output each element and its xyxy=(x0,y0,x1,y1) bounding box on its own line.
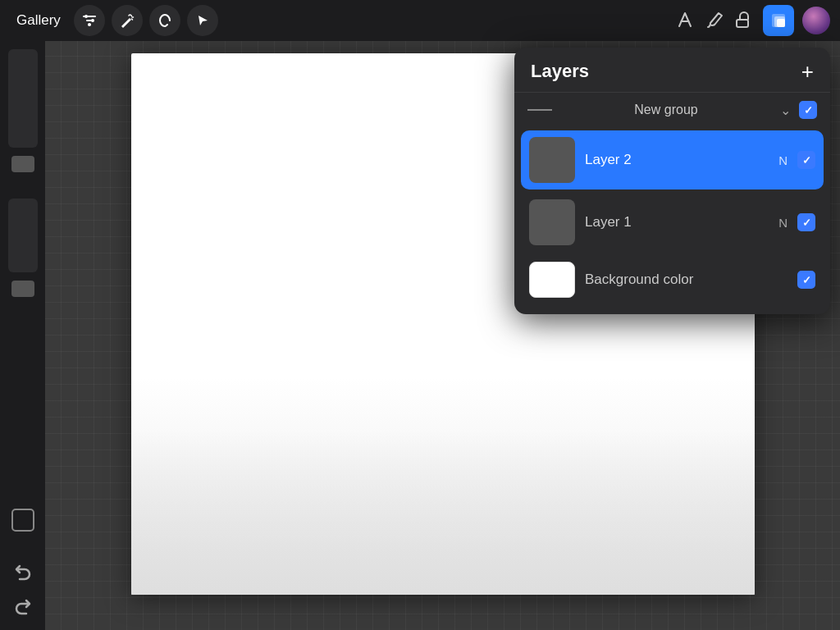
layer-2-visibility-checkbox[interactable] xyxy=(797,151,815,169)
size-slider[interactable] xyxy=(11,156,34,172)
pen-tool-button[interactable] xyxy=(674,10,696,31)
redo-button[interactable] xyxy=(8,592,38,622)
layer-2-row[interactable]: Layer 2 N xyxy=(521,130,824,189)
svg-point-1 xyxy=(91,19,94,22)
layer-2-mode[interactable]: N xyxy=(778,153,788,167)
layer-2-name: Layer 2 xyxy=(585,152,769,168)
layer-2-thumbnail xyxy=(529,137,575,183)
selection-tool-button[interactable] xyxy=(187,5,218,36)
group-line-icon xyxy=(527,109,552,111)
left-sidebar xyxy=(0,41,45,630)
adjust-tool-button[interactable] xyxy=(74,5,105,36)
layer-1-visibility-checkbox[interactable] xyxy=(797,213,815,231)
toolbar-left: Gallery xyxy=(10,5,218,36)
background-color-thumbnail xyxy=(529,262,575,298)
layers-panel-button[interactable] xyxy=(763,5,794,36)
opacity-control[interactable] xyxy=(8,199,38,272)
color-picker-button[interactable] xyxy=(802,7,830,34)
smudge-tool-button[interactable] xyxy=(149,5,180,36)
layers-title: Layers xyxy=(531,61,589,82)
opacity-slider[interactable] xyxy=(11,281,34,297)
background-color-row[interactable]: Background color xyxy=(521,255,824,304)
brush-tool-button[interactable] xyxy=(704,10,725,31)
layers-panel: Layers + New group ⌄ Layer 2 N Layer 1 N… xyxy=(514,48,830,314)
group-chevron-button[interactable]: ⌄ xyxy=(780,103,791,118)
svg-point-2 xyxy=(88,23,91,26)
layer-1-mode[interactable]: N xyxy=(778,216,788,230)
layer-1-name: Layer 1 xyxy=(585,214,769,231)
background-color-label: Background color xyxy=(585,272,788,288)
gallery-button[interactable]: Gallery xyxy=(10,9,67,32)
top-toolbar: Gallery xyxy=(0,0,840,41)
svg-rect-3 xyxy=(737,20,748,27)
svg-rect-6 xyxy=(777,19,785,27)
group-label: New group xyxy=(560,103,772,117)
layers-header: Layers + xyxy=(514,48,830,92)
brush-size-control[interactable] xyxy=(8,49,38,148)
background-visibility-checkbox[interactable] xyxy=(797,271,815,289)
svg-point-0 xyxy=(84,15,88,18)
add-layer-button[interactable]: + xyxy=(801,61,814,82)
undo-button[interactable] xyxy=(8,558,38,587)
magic-tool-button[interactable] xyxy=(112,5,143,36)
layer-1-thumbnail xyxy=(529,199,575,245)
eraser-tool-button[interactable] xyxy=(733,10,755,31)
layer-1-row[interactable]: Layer 1 N xyxy=(521,193,824,252)
toolbar-right xyxy=(674,5,830,36)
shape-tool-button[interactable] xyxy=(11,509,34,532)
layer-group-row[interactable]: New group ⌄ xyxy=(514,92,830,127)
group-visibility-checkbox[interactable] xyxy=(799,101,817,119)
